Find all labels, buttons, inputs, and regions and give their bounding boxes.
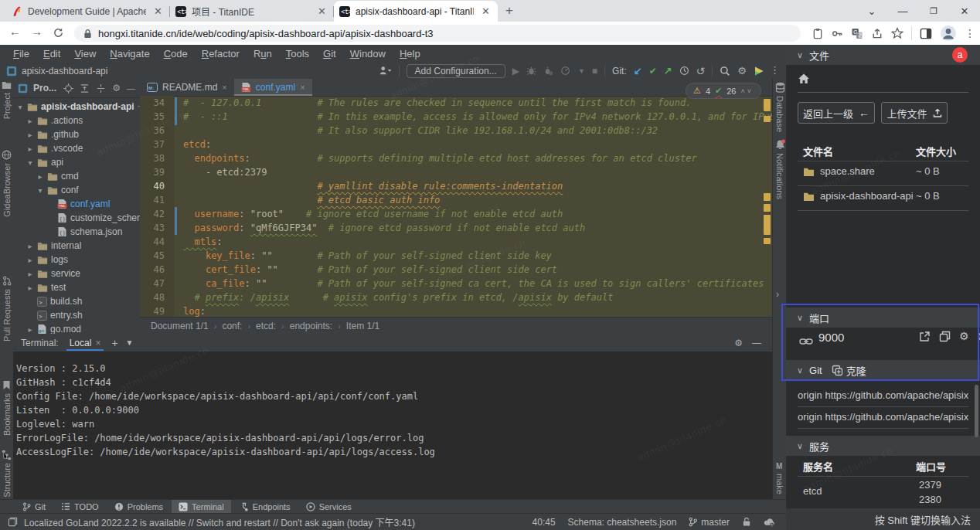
tree-arrow[interactable]: ▸ xyxy=(26,242,34,250)
browser-tab[interactable]: Development Guide | Apache✕ xyxy=(6,1,170,22)
profiler-icon[interactable] xyxy=(560,66,571,76)
tree-arrow[interactable]: ▸ xyxy=(26,325,34,334)
share-icon[interactable] xyxy=(871,28,883,39)
menu-icon[interactable]: ⋮ xyxy=(965,27,975,39)
warning-stripe-mark[interactable] xyxy=(764,238,771,244)
file-name[interactable]: apisix-dashboard-api xyxy=(820,190,913,202)
panel-settings-icon[interactable]: ⚙ xyxy=(112,83,121,93)
stop-icon[interactable]: ■ xyxy=(592,66,597,76)
terminal-settings-icon[interactable]: ⚙ xyxy=(734,338,743,348)
reload-icon[interactable] xyxy=(53,27,64,39)
tree-arrow[interactable]: ▸ xyxy=(26,117,34,125)
key-icon[interactable] xyxy=(831,28,843,39)
tree-arrow[interactable]: ▾ xyxy=(36,186,44,195)
new-terminal-icon[interactable]: + xyxy=(111,337,117,349)
tree-arrow[interactable]: ▾ xyxy=(16,103,24,111)
tree-arrow[interactable]: ▾ xyxy=(26,158,34,167)
browser-tab[interactable]: <t>项目 - TitanIDE✕ xyxy=(170,1,334,22)
ide-settings-sync-icon[interactable] xyxy=(764,518,775,527)
close-tab-icon[interactable]: × xyxy=(300,83,305,92)
toolwindow-button-todo[interactable]: TODO xyxy=(54,500,106,514)
file-name[interactable]: space.share xyxy=(820,165,875,177)
tool-strip-notifications[interactable]: Notifications xyxy=(773,139,787,199)
ports-section-header[interactable]: ∨ 端口 xyxy=(786,307,980,328)
locate-icon[interactable] xyxy=(63,83,73,93)
close-tab-icon[interactable]: ✕ xyxy=(151,5,165,17)
toolwindow-button-git[interactable]: Git xyxy=(15,500,53,514)
tree-item-cmd[interactable]: ▸cmd xyxy=(13,169,140,183)
tree-item-conf[interactable]: ▾conf xyxy=(13,183,140,197)
breadcrumb-segment[interactable]: Item 1/1 xyxy=(346,321,379,331)
code-with-me-icon[interactable] xyxy=(754,66,764,76)
tree-item--vscode[interactable]: ▸.vscode xyxy=(13,141,140,155)
git-branch-widget[interactable]: master xyxy=(689,517,730,528)
tree-arrow[interactable]: ▸ xyxy=(36,172,44,181)
editor[interactable]: M↓README.md×YMLconf.yaml× 34# - 127.0.0.… xyxy=(140,79,772,334)
terminal-dropdown-icon[interactable]: ▼ xyxy=(126,338,134,347)
hide-panel-icon[interactable]: — xyxy=(127,83,135,93)
back-icon[interactable]: ← xyxy=(9,25,21,38)
browser-chevron-icon[interactable]: ⌄ xyxy=(856,5,887,17)
toolwindow-button-services[interactable]: Services xyxy=(299,500,359,514)
tree-item-conf-yaml[interactable]: YMLconf.yaml xyxy=(13,197,140,211)
status-message[interactable]: Localized GoLand 2022.2.2 is available /… xyxy=(24,515,415,528)
search-everywhere-icon[interactable] xyxy=(720,66,730,76)
git-push-icon[interactable]: ↗ xyxy=(664,65,672,76)
tree-item-service[interactable]: ▸service xyxy=(13,267,140,280)
toolwindow-button-endpoints[interactable]: Endpoints xyxy=(233,500,298,514)
expand-all-icon[interactable] xyxy=(80,83,90,93)
close-tab-icon[interactable]: ✕ xyxy=(315,5,328,17)
close-tab-icon[interactable]: × xyxy=(95,338,100,348)
tree-item-api[interactable]: ▾api xyxy=(13,155,140,169)
caret-position[interactable]: 40:45 xyxy=(533,517,556,528)
menu-help[interactable]: Help xyxy=(393,48,427,59)
files-section-header[interactable]: ∨ 文件 a xyxy=(786,45,980,65)
breadcrumb-segment[interactable]: endpoints: xyxy=(290,321,332,331)
terminal-output[interactable]: Version : 2.15.0GitHash : c1cf4d4Config … xyxy=(13,352,772,459)
editor-tab-readme-md[interactable]: M↓README.md× xyxy=(140,79,234,96)
collapse-all-icon[interactable] xyxy=(96,83,106,93)
terminal-tab-local[interactable]: Local× xyxy=(66,335,104,351)
remove-port-icon[interactable] xyxy=(978,331,980,342)
toolwindow-button-problems[interactable]: Problems xyxy=(107,500,170,514)
close-tab-icon[interactable]: × xyxy=(222,83,226,92)
collapse-icon[interactable]: ∨ xyxy=(797,50,803,60)
tree-item-entry-sh[interactable]: >entry.sh xyxy=(13,308,140,322)
tree-item-internal[interactable]: ▸internal xyxy=(13,239,140,253)
close-button[interactable]: ✕ xyxy=(949,5,980,17)
expand-panel-chevron[interactable]: › xyxy=(776,289,779,300)
tool-strip-gideabrowser[interactable]: GideaBrowser xyxy=(0,150,13,217)
warning-stripe-mark[interactable] xyxy=(764,215,771,235)
collapse-icon[interactable]: ∨ xyxy=(797,365,803,375)
menu-code[interactable]: Code xyxy=(157,48,195,59)
upload-file-button[interactable]: 上传文件 xyxy=(881,102,948,124)
url-bar[interactable]: hongxi.titanide.cn/ide/web/coding/apisix… xyxy=(74,25,801,42)
maximize-button[interactable]: ❐ xyxy=(918,6,949,16)
rollback-icon[interactable]: ↺ xyxy=(696,65,706,77)
collapse-icon[interactable]: ∨ xyxy=(797,441,803,451)
open-external-icon[interactable] xyxy=(919,331,931,342)
menu-edit[interactable]: Edit xyxy=(36,48,67,59)
menu-window[interactable]: Window xyxy=(343,48,393,59)
menu-navigate[interactable]: Navigate xyxy=(103,48,156,59)
menu-file[interactable]: File xyxy=(6,48,36,59)
warning-stripe-mark[interactable] xyxy=(764,204,771,212)
lock-status-icon[interactable] xyxy=(742,517,751,527)
event-log-icon[interactable] xyxy=(8,517,18,527)
forward-icon[interactable]: → xyxy=(31,25,43,38)
port-number[interactable]: 9000 xyxy=(818,331,844,344)
menu-view[interactable]: View xyxy=(67,48,103,59)
tree-arrow[interactable]: ▸ xyxy=(26,144,34,153)
tree-arrow[interactable]: ▸ xyxy=(26,256,34,264)
menu-refactor[interactable]: Refactor xyxy=(195,48,247,59)
port-settings-icon[interactable]: ⚙ xyxy=(959,331,969,342)
breadcrumb-segment[interactable]: Document 1/1 xyxy=(151,321,209,331)
debug-icon[interactable] xyxy=(526,66,536,76)
git-origin-row[interactable]: origin https://github.com/apache/apisix-… xyxy=(798,389,968,401)
close-tab-icon[interactable]: ✕ xyxy=(479,5,492,17)
code-area[interactable]: 34# - 127.0.0.1 # The rules are checked … xyxy=(140,96,772,317)
terminal-minimize-icon[interactable]: — xyxy=(752,338,761,348)
menu-run[interactable]: Run xyxy=(247,48,279,59)
prev-next-icons[interactable]: ˄˅ xyxy=(740,87,754,95)
panel-scrollbar[interactable] xyxy=(975,385,978,437)
